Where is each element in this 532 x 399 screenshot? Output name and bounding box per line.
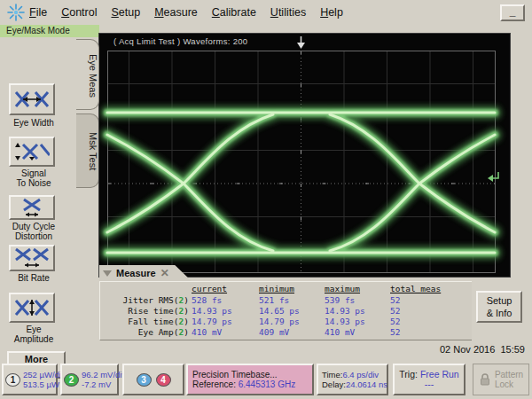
measure-value: 14.93 ps bbox=[322, 306, 387, 317]
eye-width-icon bbox=[14, 89, 50, 110]
menu-utilities[interactable]: Utilities bbox=[270, 6, 306, 19]
measure-table: current minimum maximum total meas Jitte… bbox=[100, 282, 472, 338]
channel4-badge: 4 bbox=[156, 373, 171, 387]
measure-value: 539 fs bbox=[322, 295, 387, 306]
eye-amplitude-icon bbox=[14, 297, 50, 318]
duty-cycle-distortion-button[interactable] bbox=[9, 195, 55, 220]
trigger-button[interactable]: Trig: Free Run --- bbox=[393, 364, 466, 395]
duty-cycle-distortion-label: Duty CycleDistortion bbox=[0, 222, 67, 241]
eye-amplitude-button[interactable] bbox=[9, 293, 55, 323]
eye-width-label: Eye Width bbox=[0, 118, 67, 128]
menu-measure[interactable]: Measure bbox=[154, 6, 198, 19]
trigger-position-marker-icon[interactable] bbox=[297, 36, 305, 49]
measure-value: 52 bbox=[387, 327, 458, 338]
menu-file[interactable]: File bbox=[29, 6, 47, 19]
scope-display: ( Acq Limit Test ) Waveforms: 200 bbox=[99, 34, 510, 277]
measure-value: 409 mV bbox=[256, 327, 322, 338]
channel1-badge: 1 bbox=[5, 373, 20, 387]
measure-dropdown-icon[interactable] bbox=[103, 270, 112, 277]
bit-rate-icon bbox=[14, 247, 50, 269]
agilent-spark-icon bbox=[6, 3, 26, 22]
menu-calibrate[interactable]: Calibrate bbox=[212, 6, 256, 19]
eye-width-button[interactable] bbox=[9, 83, 55, 115]
channel1-button[interactable]: 1 252 µW/div513.5 µW bbox=[2, 364, 58, 395]
minimize-button[interactable]: _ bbox=[500, 4, 525, 21]
measure-value: 14.93 ps bbox=[322, 317, 387, 327]
tab-eye-meas[interactable]: Eye Meas bbox=[76, 39, 99, 110]
col-header-maximum: maximum bbox=[322, 284, 387, 295]
col-header-minimum: minimum bbox=[256, 284, 322, 295]
menu-bar: File Control Setup Measure Calibrate Uti… bbox=[0, 0, 532, 25]
signal-to-noise-label: SignalTo Noise bbox=[0, 168, 67, 188]
channel2-badge: 2 bbox=[64, 373, 79, 387]
menu-control[interactable]: Control bbox=[61, 6, 97, 19]
channel2-reference-marker-icon[interactable] bbox=[488, 172, 498, 182]
measure-panel: current minimum maximum total meas Jitte… bbox=[99, 281, 472, 340]
measure-value: 52 bbox=[387, 306, 458, 317]
col-header-total-meas: total meas bbox=[387, 284, 458, 295]
eye-amplitude-label: EyeAmplitude bbox=[0, 325, 67, 344]
menu-items: File Control Setup Measure Calibrate Uti… bbox=[29, 0, 343, 25]
signal-to-noise-button[interactable] bbox=[9, 137, 55, 167]
col-header-current: current bbox=[189, 284, 256, 295]
tab-msk-test[interactable]: Msk Test bbox=[76, 113, 99, 188]
precision-timebase-button[interactable]: Precision Timebase... Reference: 6.44531… bbox=[186, 364, 314, 395]
measure-panel-title: Measure bbox=[116, 268, 156, 278]
measure-close-icon[interactable]: ✕ bbox=[160, 269, 169, 278]
pattern-lock-button[interactable]: PatternLock bbox=[473, 364, 529, 395]
measure-value: 14.93 ps bbox=[189, 306, 256, 317]
measure-row-label: Eye Amp(2) bbox=[100, 327, 189, 338]
datetime-display: 02 Nov 2016 15:59 bbox=[310, 344, 525, 355]
channel3-4-button[interactable]: 3 4 bbox=[122, 364, 184, 395]
eye-diagram bbox=[99, 34, 510, 277]
channel2-button[interactable]: 2 96.2 mV/div-7.2 mV bbox=[60, 364, 119, 395]
measure-value: 14.79 ps bbox=[189, 317, 256, 327]
measure-value: 528 fs bbox=[189, 295, 256, 306]
measure-row-label: Fall time(2) bbox=[100, 317, 189, 327]
sidebar: Eye Width SignalTo Noise Duty CycleDisto… bbox=[0, 37, 78, 364]
measure-value: 410 mV bbox=[189, 327, 256, 338]
measure-value: 52 bbox=[387, 295, 458, 306]
measure-row-label: Rise time(2) bbox=[100, 306, 189, 317]
menu-setup[interactable]: Setup bbox=[111, 6, 140, 19]
measure-value: 410 mV bbox=[322, 327, 387, 338]
measure-value: 14.65 ps bbox=[256, 306, 322, 317]
measure-value: 14.79 ps bbox=[256, 317, 322, 327]
mode-label: Eye/Mask Mode bbox=[0, 25, 99, 37]
measure-value: 521 fs bbox=[256, 295, 322, 306]
timebase-scale-button[interactable]: Time:6.4 ps/div Delay:24.0614 ns bbox=[317, 364, 388, 395]
signal-to-noise-icon bbox=[14, 141, 50, 162]
channel3-badge: 3 bbox=[137, 373, 152, 387]
lock-icon bbox=[479, 372, 491, 387]
setup-info-button[interactable]: Setup& Info bbox=[476, 291, 522, 323]
menu-help[interactable]: Help bbox=[320, 6, 343, 19]
bit-rate-button[interactable] bbox=[9, 245, 55, 271]
acq-limit-annotation: ( Acq Limit Test ) Waveforms: 200 bbox=[113, 36, 247, 46]
duty-cycle-distortion-icon bbox=[17, 198, 47, 217]
measure-value: 52 bbox=[387, 317, 458, 327]
measure-row-label: Jitter RMS(2) bbox=[100, 295, 189, 306]
bit-rate-label: Bit Rate bbox=[0, 273, 67, 283]
